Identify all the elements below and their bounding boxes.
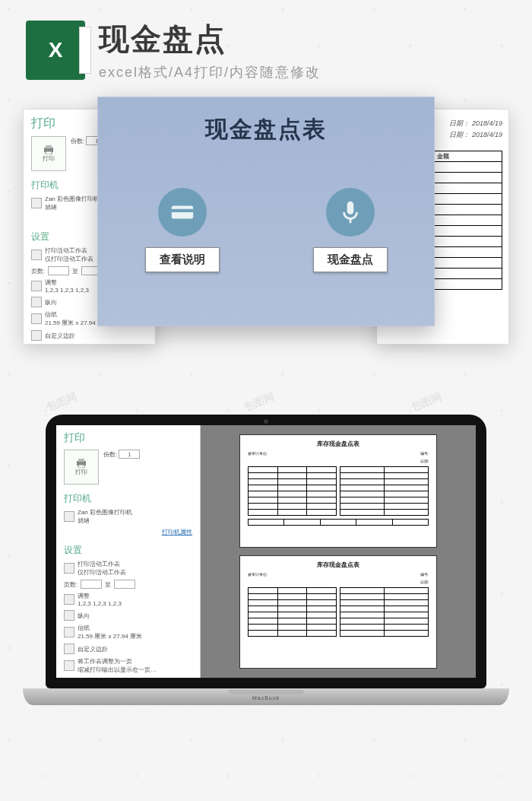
laptop-printer-props-link[interactable]: 打印机属性 <box>162 528 192 536</box>
svg-rect-8 <box>78 459 84 462</box>
laptop-setting-active-1: 打印活动工作表 <box>78 560 126 568</box>
excel-icon-glyph: X <box>49 38 63 62</box>
collate-seq: 1,2,3 1,2,3 1,2,3 <box>45 287 89 294</box>
date-label: 日期： <box>449 131 470 138</box>
center-title: 现金盘点表 <box>98 114 434 145</box>
laptop-frame: 打印 打印 份数: 1 打印机 Zan 彩色图像打印机 <box>46 415 486 688</box>
laptop-copies-label: 份数: <box>103 451 117 458</box>
watermark-text: 包图网 <box>409 390 444 414</box>
page-subtitle: excel格式/A4打印/内容随意修改 <box>99 63 321 81</box>
preview-title: 库存现金盘点表 <box>248 440 429 448</box>
print-button[interactable]: 打印 <box>31 136 66 171</box>
svg-rect-5 <box>347 202 353 215</box>
orientation-icon <box>31 297 42 307</box>
laptop-fit-sub: 缩减打印输出以显示在一页… <box>78 666 157 674</box>
watermark-text: 包图网 <box>44 390 79 414</box>
laptop-pages-to[interactable] <box>114 580 135 589</box>
cash-count-button[interactable]: 现金盘点 <box>313 247 388 272</box>
laptop-print-heading: 打印 <box>64 431 192 445</box>
fit-icon <box>64 660 74 671</box>
laptop-mockup: 打印 打印 份数: 1 打印机 Zan 彩色图像打印机 <box>23 415 509 705</box>
page-title: 现金盘点 <box>99 18 321 60</box>
laptop-printer-section: 打印机 <box>64 492 192 505</box>
preview-no-label-2: 编号: <box>420 572 429 577</box>
margins-icon <box>64 644 74 654</box>
preview-stage: 打印 打印 份数: 1 打印机 Zan 彩色图像打印机 就绪 打印机属性 设置 … <box>23 103 509 354</box>
laptop-pages-row: 页数: 至 <box>64 580 192 589</box>
setting-fit[interactable]: 将工作表调整为一页 缩减打印输出以显示在一页… <box>31 344 147 345</box>
laptop-pages-label: 页数: <box>64 580 78 589</box>
laptop-printer-select[interactable]: Zan 彩色图像打印机 就绪 <box>64 508 192 525</box>
card-icon <box>158 188 207 237</box>
laptop-margins-label: 自定义边距 <box>78 645 108 653</box>
paper-icon <box>64 627 74 637</box>
preview-date-label-2: 日期: <box>420 580 429 584</box>
microphone-icon <box>326 188 375 237</box>
preview-unit-label-2: 被审计单位: <box>248 572 268 577</box>
pages-to-label: 至 <box>72 267 78 275</box>
laptop-setting-collate[interactable]: 调整 1,2,3 1,2,3 1,2,3 <box>64 592 192 607</box>
laptop-base: MacBook <box>23 688 509 705</box>
setting-active-2: 仅打印活动工作表 <box>45 255 93 263</box>
view-instructions-button[interactable]: 查看说明 <box>145 247 220 272</box>
laptop-setting-fit[interactable]: 将工作表调整为一页 缩减打印输出以显示在一页… <box>64 657 192 674</box>
pages-from-input[interactable] <box>48 266 69 275</box>
view-instructions-group: 查看说明 <box>145 188 220 272</box>
orientation-label: 纵向 <box>45 298 57 307</box>
svg-rect-6 <box>349 219 351 224</box>
watermark-text: 包图网 <box>242 390 277 414</box>
laptop-print-button[interactable]: 打印 <box>64 450 99 485</box>
laptop-orientation-label: 纵向 <box>78 612 90 620</box>
pages-label: 页数: <box>31 267 45 275</box>
laptop-setting-orientation[interactable]: 纵向 <box>64 610 192 621</box>
paper-icon <box>31 313 42 324</box>
laptop-camera <box>264 419 268 424</box>
cash-count-group: 现金盘点 <box>313 188 388 272</box>
laptop-paper-label: 信纸 <box>78 624 142 632</box>
laptop-collate-label: 调整 <box>78 592 122 600</box>
printer-icon <box>75 459 87 468</box>
preview-no-label: 编号: <box>420 451 429 456</box>
preview-page-2: 库存现金盘点表 被审计单位: 编号: 日期: <box>239 555 437 669</box>
printer-status: 就绪 <box>45 203 100 211</box>
laptop-settings-section: 设置 <box>64 544 192 557</box>
printer-icon <box>43 145 55 154</box>
collate-label: 调整 <box>45 278 89 287</box>
laptop-setting-active[interactable]: 打印活动工作表 仅打印活动工作表 <box>64 560 192 577</box>
preview-table-right-2 <box>340 587 429 637</box>
preview-table-right <box>340 466 429 516</box>
page-header: X 现金盘点 excel格式/A4打印/内容随意修改 <box>0 0 532 95</box>
preview-date-label: 日期: <box>420 459 429 463</box>
laptop-paper-size: 21.59 厘米 x 27.94 厘米 <box>78 632 142 640</box>
excel-icon: X <box>26 21 85 80</box>
setting-active-1: 打印活动工作表 <box>45 246 93 255</box>
laptop-collate-seq: 1,2,3 1,2,3 1,2,3 <box>78 600 122 607</box>
svg-rect-1 <box>46 145 52 148</box>
laptop-setting-paper[interactable]: 信纸 21.59 厘米 x 27.94 厘米 <box>64 624 192 640</box>
laptop-copies-input[interactable]: 1 <box>119 450 140 459</box>
setting-margins[interactable]: 自定义边距 <box>31 330 147 341</box>
laptop-preview-area: 库存现金盘点表 被审计单位: 编号: 日期: <box>201 425 476 678</box>
header-text: 现金盘点 excel格式/A4打印/内容随意修改 <box>99 18 321 81</box>
fit-label: 将工作表调整为一页 <box>45 344 124 345</box>
laptop-pages-from[interactable] <box>81 580 102 589</box>
laptop-screen: 打印 打印 份数: 1 打印机 Zan 彩色图像打印机 <box>56 425 476 678</box>
svg-rect-4 <box>171 209 192 212</box>
center-card: 现金盘点表 查看说明 现金盘点 <box>97 97 435 326</box>
preview-table-left <box>248 466 337 516</box>
laptop-pages-to-label: 至 <box>105 580 111 589</box>
laptop-print-button-label: 打印 <box>75 468 87 476</box>
orientation-icon <box>64 610 74 621</box>
laptop-printer-name: Zan 彩色图像打印机 <box>78 508 132 517</box>
sheet-icon <box>31 250 42 260</box>
preview-table-left-2 <box>248 587 337 637</box>
printer-name: Zan 彩色图像打印机 <box>45 195 100 203</box>
print-button-label: 打印 <box>43 154 55 163</box>
copies-label: 份数: <box>71 138 84 145</box>
laptop-setting-margins[interactable]: 自定义边距 <box>64 644 192 654</box>
date-label: 日期： <box>449 119 470 127</box>
collate-icon <box>31 281 42 291</box>
printer-icon <box>64 511 74 522</box>
laptop-print-sidebar: 打印 打印 份数: 1 打印机 Zan 彩色图像打印机 <box>56 425 201 678</box>
laptop-setting-active-2: 仅打印活动工作表 <box>78 568 126 577</box>
